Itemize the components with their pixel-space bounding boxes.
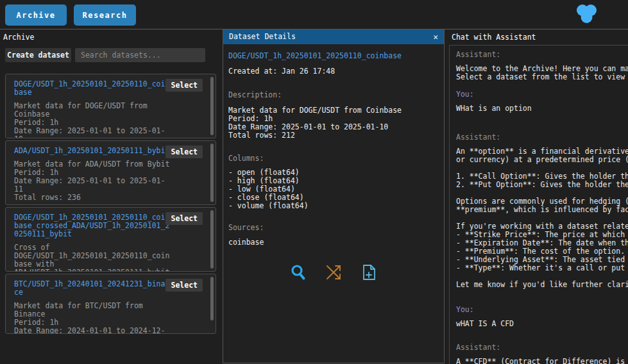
- sources-label: Sources:: [228, 224, 439, 232]
- columns-list: - open (float64) - high (float64) - low …: [228, 169, 439, 210]
- app-logo-icon: [575, 4, 598, 24]
- chat-panel: Chat with Assistant Assistant: Welcome t…: [448, 29, 628, 364]
- columns-label: Columns:: [228, 154, 439, 163]
- dataset-title-link[interactable]: ADA/USDT_1h_20250101_20250111_bybit: [14, 147, 171, 155]
- created-at-text: Created at: Jan 26 17:48: [228, 67, 439, 76]
- dataset-title-link[interactable]: DOGE/USDT_1h_20250101_20250110_coinbase_…: [14, 213, 171, 238]
- dataset-card[interactable]: ADA/USDT_1h_20250101_20250111_bybit Sele…: [5, 140, 216, 205]
- dataset-card[interactable]: BTC/USDT_1h_20240101_20241231_binance Se…: [5, 274, 216, 334]
- dataset-card[interactable]: DOGE/USDT_1h_20250101_20250110_coinbase_…: [5, 207, 216, 272]
- select-dataset-button[interactable]: Select: [165, 145, 203, 158]
- card-scrollbar[interactable]: [210, 77, 214, 135]
- description-label: Description:: [228, 91, 439, 99]
- app-window: Archive Research Archive Create dataset …: [0, 0, 628, 364]
- chat-message: Assistant: A **CFD** (Contract for Diffe…: [456, 343, 628, 364]
- select-dataset-button[interactable]: Select: [165, 279, 203, 292]
- chat-panel-title: Chat with Assistant: [452, 33, 536, 42]
- message-text: wHAT IS A CFD: [456, 320, 628, 328]
- close-icon[interactable]: ✕: [433, 29, 438, 44]
- user-role-label: You:: [456, 90, 628, 99]
- create-dataset-button[interactable]: Create dataset: [5, 48, 71, 62]
- dataset-description: Market data for DOGE/USDT from Coinbase …: [14, 102, 171, 138]
- dataset-description: Market data for BTC/USDT from Binance Pe…: [14, 302, 171, 334]
- card-scrollbar[interactable]: [210, 277, 214, 320]
- user-role-label: You:: [456, 306, 628, 314]
- source-text: coinbase: [228, 238, 439, 247]
- assistant-role-label: Assistant:: [456, 51, 628, 59]
- archive-panel-title: Archive: [3, 33, 34, 42]
- assistant-role-label: Assistant:: [456, 133, 628, 142]
- message-text: An **option** is a financial derivative …: [456, 147, 628, 289]
- archive-nav-button[interactable]: Archive: [5, 4, 67, 26]
- dataset-details-panel: Dataset Details ✕ DOGE/USDT_1h_20250101_…: [223, 29, 445, 363]
- new-file-icon[interactable]: [361, 263, 377, 281]
- dataset-title-link[interactable]: BTC/USDT_1h_20240101_20241231_binance: [14, 280, 171, 297]
- details-action-bar: [228, 263, 439, 281]
- select-dataset-button[interactable]: Select: [165, 79, 203, 92]
- message-text: WHat is an option: [456, 104, 628, 113]
- chat-message: You: WHat is an option: [456, 90, 628, 113]
- search-icon[interactable]: [290, 263, 307, 281]
- card-scrollbar[interactable]: [210, 210, 214, 269]
- chat-message-area[interactable]: Assistant: Welcome to the Archive! Here …: [449, 45, 628, 364]
- research-nav-button[interactable]: Research: [74, 4, 136, 26]
- message-text: A **CFD** (Contract for Difference) is: [456, 358, 628, 364]
- dataset-name-link[interactable]: DOGE/USDT_1h_20250101_20250110_coinbase: [228, 52, 439, 60]
- top-navigation-bar: Archive Research: [0, 0, 628, 29]
- column-item: - volume (float64): [228, 202, 439, 210]
- dataset-details-body: DOGE/USDT_1h_20250101_20250110_coinbase …: [223, 44, 444, 281]
- chat-message: Assistant: An **option** is a financial …: [456, 133, 628, 289]
- chat-message: Assistant: Welcome to the Archive! Here …: [456, 51, 628, 81]
- select-dataset-button[interactable]: Select: [165, 212, 203, 225]
- dataset-list: DOGE/USDT_1h_20250101_20250110_coinbase …: [5, 74, 216, 336]
- dataset-details-header: Dataset Details ✕: [223, 29, 444, 44]
- description-text: Market data for DOGE/USDT from Coinbase …: [228, 106, 439, 140]
- dataset-card[interactable]: DOGE/USDT_1h_20250101_20250110_coinbase …: [5, 74, 216, 138]
- card-scrollbar[interactable]: [210, 144, 214, 202]
- dataset-title-link[interactable]: DOGE/USDT_1h_20250101_20250110_coinbase: [14, 80, 171, 97]
- cross-datasets-icon[interactable]: [325, 263, 342, 281]
- dataset-details-title: Dataset Details: [229, 29, 296, 44]
- dataset-description: Market data for ADA/USDT from Bybit Peri…: [14, 160, 171, 202]
- assistant-role-label: Assistant:: [456, 343, 628, 352]
- archive-panel: Archive Create dataset DOGE/USDT_1h_2025…: [0, 29, 221, 364]
- message-text: Welcome to the Archive! Here you can ma …: [456, 65, 628, 81]
- chat-message: You: wHAT IS A CFD: [456, 306, 628, 328]
- search-datasets-input[interactable]: [75, 48, 205, 62]
- dataset-description: Cross of DOGE/USDT_1h_20250101_20250110_…: [14, 244, 171, 272]
